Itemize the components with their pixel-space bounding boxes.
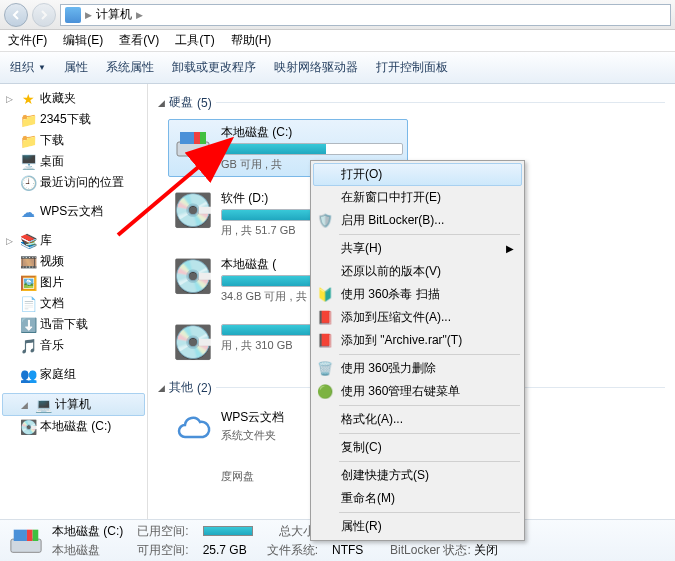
ctx-item-label: 使用 360杀毒 扫描 [341,286,440,303]
menu-tools[interactable]: 工具(T) [175,32,214,49]
ctx-item[interactable]: 打开(O) [313,163,522,186]
svg-rect-6 [14,529,27,540]
ctx-item-label: 启用 BitLocker(B)... [341,212,444,229]
ctx-item-label: 格式化(A)... [341,411,403,428]
address-bar[interactable]: ▶ 计算机 ▶ [60,4,671,26]
drive-icon: 💽 [173,256,213,296]
ctx-item-icon: 📕 [317,310,333,326]
menubar: 文件(F) 编辑(E) 查看(V) 工具(T) 帮助(H) [0,30,675,52]
ctx-separator [339,461,520,462]
sidebar-homegroup[interactable]: 👥家庭组 [0,364,147,385]
menu-view[interactable]: 查看(V) [119,32,159,49]
toolbar: 组织 ▼ 属性 系统属性 卸载或更改程序 映射网络驱动器 打开控制面板 [0,52,675,84]
thunder-icon: ⬇️ [20,317,36,333]
drive-name: 本地磁盘 (C:) [221,124,403,141]
ctx-item-label: 添加到 "Archive.rar"(T) [341,332,462,349]
homegroup-icon: 👥 [20,367,36,383]
ctx-item-label: 在新窗口中打开(E) [341,189,441,206]
organize-button[interactable]: 组织 ▼ [10,59,46,76]
ctx-item[interactable]: 重命名(M) [313,487,522,510]
status-bitlocker-label: BitLocker 状态: [390,543,471,557]
sidebar-favorites[interactable]: ▷★收藏夹 [0,88,147,109]
ctx-item[interactable]: 复制(C) [313,436,522,459]
sidebar-item-video[interactable]: 🎞️视频 [0,251,147,272]
desktop-icon: 🖥️ [20,154,36,170]
ctx-item[interactable]: 属性(R) [313,515,522,538]
ctx-item-icon: 🗑️ [317,361,333,377]
sidebar-computer[interactable]: ◢💻计算机 [2,393,145,416]
ctx-item-label: 共享(H) [341,240,382,257]
sidebar-libraries[interactable]: ▷📚库 [0,230,147,251]
toolbar-map-drive[interactable]: 映射网络驱动器 [274,59,358,76]
ctx-item[interactable]: 📕添加到 "Archive.rar"(T) [313,329,522,352]
sidebar-item-documents[interactable]: 📄文档 [0,293,147,314]
toolbar-system-properties[interactable]: 系统属性 [106,59,154,76]
ctx-item[interactable]: 🗑️使用 360强力删除 [313,357,522,380]
ctx-item-label: 创建快捷方式(S) [341,467,429,484]
ctx-item[interactable]: 🛡️启用 BitLocker(B)... [313,209,522,232]
sidebar-wps[interactable]: ☁WPS云文档 [0,201,147,222]
folder-icon: 📁 [20,112,36,128]
ctx-item-label: 重命名(M) [341,490,395,507]
svg-rect-0 [177,142,209,156]
capacity-bar [221,143,403,155]
ctx-item-icon: 🛡️ [317,213,333,229]
library-icon: 📚 [20,233,36,249]
titlebar: ▶ 计算机 ▶ [0,0,675,30]
ctx-item-label: 使用 360管理右键菜单 [341,383,460,400]
sidebar-item-recent[interactable]: 🕘最近访问的位置 [0,172,147,193]
sidebar-item-drive-c[interactable]: 💽本地磁盘 (C:) [0,416,147,437]
cloud-icon: ☁ [20,204,36,220]
group-drives-header[interactable]: ◢ 硬盘 (5) [158,94,665,111]
ctx-item-icon: 🟢 [317,384,333,400]
sidebar-item-music[interactable]: 🎵音乐 [0,335,147,356]
ctx-item[interactable]: 🔰使用 360杀毒 扫描 [313,283,522,306]
ctx-item[interactable]: 创建快捷方式(S) [313,464,522,487]
ctx-item[interactable]: 在新窗口中打开(E) [313,186,522,209]
toolbar-uninstall[interactable]: 卸载或更改程序 [172,59,256,76]
picture-icon: 🖼️ [20,275,36,291]
sidebar-item-thunder[interactable]: ⬇️迅雷下载 [0,314,147,335]
breadcrumb-sep2: ▶ [136,10,143,20]
ctx-item-label: 还原以前的版本(V) [341,263,441,280]
ctx-item-icon: 🔰 [317,287,333,303]
video-icon: 🎞️ [20,254,36,270]
status-used-label: 已用空间: [137,523,188,540]
sidebar-item-2345[interactable]: 📁2345下载 [0,109,147,130]
breadcrumb-sep: ▶ [85,10,92,20]
toolbar-properties[interactable]: 属性 [64,59,88,76]
menu-help[interactable]: 帮助(H) [231,32,272,49]
ctx-item[interactable]: 共享(H)▶ [313,237,522,260]
back-button[interactable] [4,3,28,27]
ctx-item-label: 复制(C) [341,439,382,456]
ctx-item-label: 打开(O) [341,166,382,183]
ctx-item-label: 属性(R) [341,518,382,535]
svg-rect-2 [194,132,200,144]
sidebar-item-downloads[interactable]: 📁下载 [0,130,147,151]
status-free-label: 可用空间: [137,542,188,559]
ctx-separator [339,234,520,235]
svg-rect-1 [180,132,194,144]
breadcrumb-computer[interactable]: 计算机 [96,6,132,23]
svg-rect-8 [33,529,39,540]
music-icon: 🎵 [20,338,36,354]
status-used-bar [203,526,253,536]
drive-icon: 💽 [173,190,213,230]
ctx-separator [339,433,520,434]
status-bitlocker-value: 关闭 [474,543,498,557]
ctx-item[interactable]: 📕添加到压缩文件(A)... [313,306,522,329]
toolbar-control-panel[interactable]: 打开控制面板 [376,59,448,76]
sidebar-item-desktop[interactable]: 🖥️桌面 [0,151,147,172]
document-icon: 📄 [20,296,36,312]
ctx-item-label: 添加到压缩文件(A)... [341,309,451,326]
menu-file[interactable]: 文件(F) [8,32,47,49]
ctx-item[interactable]: 格式化(A)... [313,408,522,431]
sidebar-item-pictures[interactable]: 🖼️图片 [0,272,147,293]
forward-button[interactable] [32,3,56,27]
ctx-item[interactable]: 还原以前的版本(V) [313,260,522,283]
ctx-item[interactable]: 🟢使用 360管理右键菜单 [313,380,522,403]
ctx-separator [339,354,520,355]
status-fs-label: 文件系统: [267,542,318,559]
computer-icon: 💻 [35,397,51,413]
menu-edit[interactable]: 编辑(E) [63,32,103,49]
